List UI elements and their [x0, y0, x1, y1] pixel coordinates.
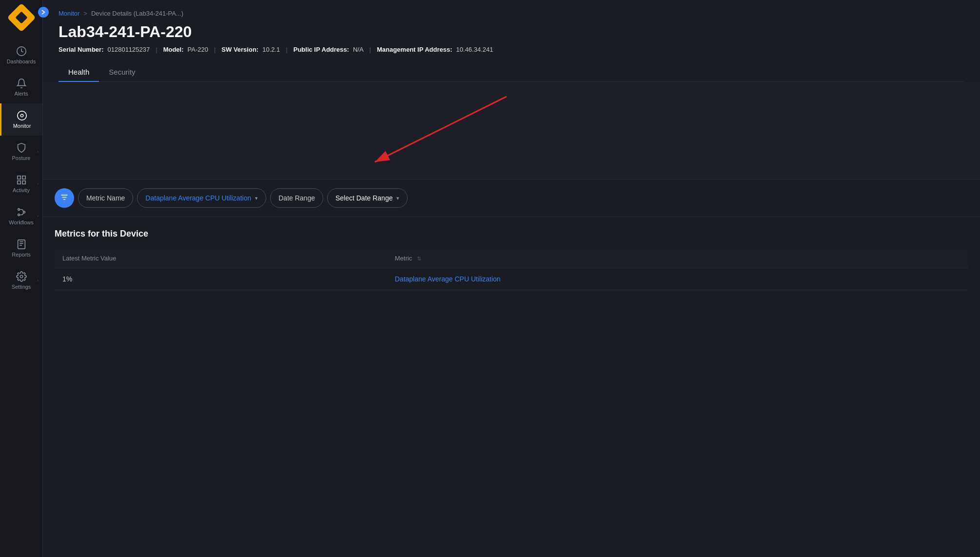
- activity-label: Activity: [13, 187, 30, 193]
- metric-sort-icon[interactable]: ⇅: [417, 256, 421, 261]
- model-value: PA-220: [188, 46, 208, 53]
- cell-latest-value: 1%: [55, 268, 387, 290]
- workflows-label: Workflows: [9, 219, 34, 225]
- svg-rect-4: [22, 176, 25, 179]
- breadcrumb-separator: >: [83, 10, 87, 17]
- select-date-range-text: Select Date Range: [335, 194, 393, 202]
- filter-button[interactable]: [55, 188, 74, 208]
- metric-name-dropdown[interactable]: Metric Name: [78, 188, 133, 208]
- sidebar-item-reports[interactable]: Reports: [0, 232, 42, 264]
- posture-expand-arrow: ›: [37, 149, 39, 154]
- breadcrumb-monitor-link[interactable]: Monitor: [59, 10, 79, 17]
- tab-health[interactable]: Health: [59, 63, 99, 82]
- date-range-label: Date Range: [270, 188, 323, 208]
- chart-area: [43, 82, 980, 179]
- alerts-label: Alerts: [14, 91, 28, 97]
- sidebar-item-dashboards[interactable]: Dashboards: [0, 39, 42, 71]
- public-ip-value: N/A: [353, 46, 364, 53]
- activity-icon: [16, 175, 27, 185]
- page-title: Lab34-241-PA-220: [59, 23, 964, 41]
- svg-rect-3: [17, 176, 20, 179]
- logo-inner-mark: [15, 11, 27, 23]
- sidebar-logo-area: [0, 0, 43, 35]
- breadcrumb: Monitor > Device Details (Lab34-241-PA..…: [59, 10, 964, 17]
- mgmt-ip-label: Management IP Address:: [377, 46, 452, 53]
- svg-rect-5: [22, 181, 25, 184]
- sidebar-item-activity[interactable]: Activity ›: [0, 168, 42, 200]
- select-date-range-chevron: ▾: [396, 195, 399, 201]
- metrics-section: Metrics for this Device Latest Metric Va…: [43, 217, 980, 302]
- sw-version-value: 10.2.1: [262, 46, 280, 53]
- dashboards-label: Dashboards: [7, 59, 36, 64]
- monitor-label: Monitor: [13, 123, 31, 129]
- select-date-range-dropdown[interactable]: Select Date Range ▾: [327, 188, 408, 208]
- metric-name-label: Metric Name: [86, 194, 125, 202]
- sidebar-item-monitor[interactable]: Monitor: [0, 103, 42, 136]
- reports-icon: [16, 239, 27, 250]
- app-logo[interactable]: [7, 3, 36, 32]
- column-header-latest-value: Latest Metric Value: [55, 249, 387, 268]
- sidebar-expand-button[interactable]: [38, 7, 49, 18]
- sidebar-item-posture[interactable]: Posture ›: [0, 136, 42, 168]
- filter-bar: Metric Name Dataplane Average CPU Utiliz…: [43, 179, 980, 217]
- metric-value-chevron: ▾: [255, 195, 258, 201]
- sw-version-label: SW Version:: [221, 46, 258, 53]
- table-row: 1% Dataplane Average CPU Utilization: [55, 268, 968, 290]
- alerts-icon: [16, 78, 27, 89]
- svg-point-9: [18, 214, 20, 216]
- column-header-metric: Metric ⇅: [387, 249, 968, 268]
- workflows-icon: [16, 207, 27, 218]
- sidebar-item-settings[interactable]: Settings ›: [0, 264, 42, 297]
- serial-label: Serial Number:: [59, 46, 103, 53]
- settings-icon: [16, 271, 27, 282]
- content-area: Metric Name Dataplane Average CPU Utiliz…: [43, 82, 980, 557]
- settings-expand-arrow: ›: [37, 278, 39, 283]
- sidebar-item-alerts[interactable]: Alerts: [0, 71, 42, 103]
- metrics-table-header-row: Latest Metric Value Metric ⇅: [55, 249, 968, 268]
- model-label: Model:: [163, 46, 184, 53]
- posture-icon: [16, 142, 27, 153]
- metrics-section-title: Metrics for this Device: [55, 229, 968, 239]
- svg-point-2: [20, 114, 23, 117]
- device-metadata: Serial Number: 012801125237 | Model: PA-…: [59, 46, 964, 53]
- svg-line-13: [375, 97, 507, 162]
- public-ip-label: Public IP Address:: [294, 46, 349, 53]
- page-header: Monitor > Device Details (Lab34-241-PA..…: [43, 0, 980, 82]
- metrics-table: Latest Metric Value Metric ⇅ 1% Dataplan…: [55, 249, 968, 290]
- workflows-expand-arrow: ›: [37, 214, 39, 219]
- serial-value: 012801125237: [107, 46, 150, 53]
- activity-expand-arrow: ›: [37, 181, 39, 186]
- sidebar-item-workflows[interactable]: Workflows ›: [0, 200, 42, 232]
- svg-point-11: [20, 275, 23, 278]
- settings-label: Settings: [12, 284, 31, 290]
- main-content: Monitor > Device Details (Lab34-241-PA..…: [43, 0, 980, 557]
- breadcrumb-current: Device Details (Lab34-241-PA...): [91, 10, 183, 17]
- reports-label: Reports: [12, 252, 31, 258]
- metric-value-text: Dataplane Average CPU Utilization: [145, 194, 251, 202]
- svg-rect-6: [17, 181, 20, 184]
- cell-metric-link[interactable]: Dataplane Average CPU Utilization: [387, 268, 968, 290]
- tabs-container: Health Security: [59, 63, 964, 82]
- sidebar-navigation: Dashboards Alerts Monitor: [0, 35, 42, 557]
- mgmt-ip-value: 10.46.34.241: [456, 46, 493, 53]
- metric-value-dropdown[interactable]: Dataplane Average CPU Utilization ▾: [137, 188, 266, 208]
- posture-label: Posture: [12, 155, 31, 161]
- tab-security[interactable]: Security: [99, 63, 145, 82]
- svg-point-7: [18, 209, 20, 211]
- svg-point-1: [18, 111, 26, 120]
- svg-rect-10: [18, 240, 25, 249]
- annotation-arrow: [43, 82, 980, 179]
- dashboards-icon: [16, 46, 27, 57]
- monitor-icon: [17, 110, 27, 121]
- sidebar: Dashboards Alerts Monitor: [0, 0, 43, 557]
